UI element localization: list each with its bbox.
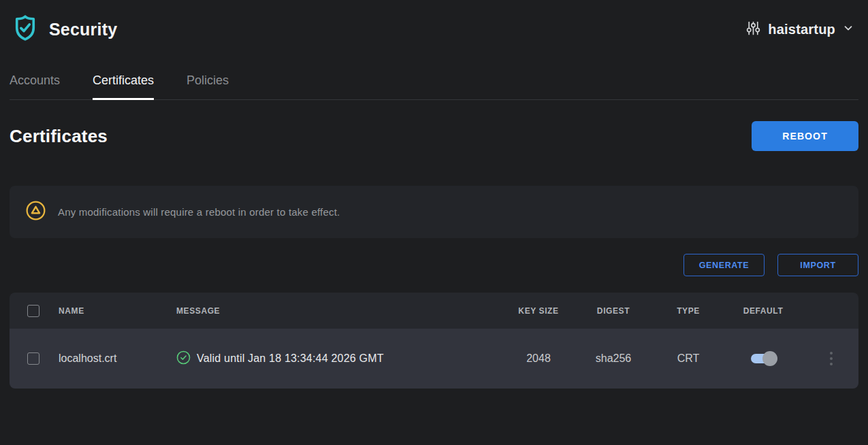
shield-check-icon	[10, 12, 41, 46]
cell-message: Valid until Jan 18 13:34:44 2026 GMT	[176, 350, 504, 367]
cell-name: localhost.crt	[59, 352, 176, 365]
account-name: haistartup	[768, 22, 835, 37]
tab-policies[interactable]: Policies	[187, 73, 229, 100]
column-type: TYPE	[654, 306, 722, 316]
tab-accounts[interactable]: Accounts	[10, 73, 60, 100]
column-name: NAME	[59, 306, 176, 316]
sliders-icon	[745, 20, 761, 39]
default-toggle[interactable]	[751, 354, 775, 363]
cell-default	[722, 354, 804, 363]
app-header: Security haistartup	[0, 0, 868, 59]
toggle-knob	[762, 351, 777, 366]
notice-banner: Any modifications will require a reboot …	[10, 186, 858, 238]
certificates-table: NAME MESSAGE KEY SIZE DIGEST TYPE DEFAUL…	[10, 293, 858, 389]
select-all-cell	[10, 305, 59, 317]
select-all-checkbox[interactable]	[27, 305, 39, 317]
page-title: Certificates	[10, 126, 108, 147]
column-default: DEFAULT	[722, 306, 804, 316]
page-head: Certificates REBOOT	[10, 121, 858, 151]
check-circle-icon	[176, 350, 191, 367]
row-checkbox[interactable]	[27, 352, 39, 365]
chevron-down-icon	[842, 22, 854, 37]
reboot-button[interactable]: REBOOT	[752, 121, 858, 151]
column-key-size: KEY SIZE	[504, 306, 573, 316]
cell-message-text: Valid until Jan 18 13:34:44 2026 GMT	[197, 352, 384, 365]
table-header: NAME MESSAGE KEY SIZE DIGEST TYPE DEFAUL…	[10, 293, 858, 329]
row-select-cell	[10, 352, 59, 365]
import-button[interactable]: IMPORT	[777, 254, 858, 276]
actions-row: GENERATE IMPORT	[10, 254, 858, 276]
cell-type: CRT	[654, 352, 722, 365]
cell-actions	[804, 349, 858, 369]
notice-text: Any modifications will require a reboot …	[58, 206, 340, 218]
warning-triangle-icon	[26, 201, 46, 223]
tab-bar: Accounts Certificates Policies	[10, 59, 858, 100]
generate-button[interactable]: GENERATE	[684, 254, 765, 276]
cell-key-size: 2048	[504, 352, 573, 365]
app-title: Security	[49, 20, 117, 39]
kebab-menu-icon[interactable]	[827, 349, 836, 369]
table-row: localhost.crt Valid until Jan 18 13:34:4…	[10, 329, 858, 389]
account-menu[interactable]: haistartup	[745, 20, 854, 39]
column-digest: DIGEST	[573, 306, 654, 316]
column-message: MESSAGE	[176, 306, 504, 316]
brand: Security	[10, 12, 117, 46]
tab-certificates[interactable]: Certificates	[93, 73, 154, 100]
cell-digest: sha256	[573, 352, 654, 365]
